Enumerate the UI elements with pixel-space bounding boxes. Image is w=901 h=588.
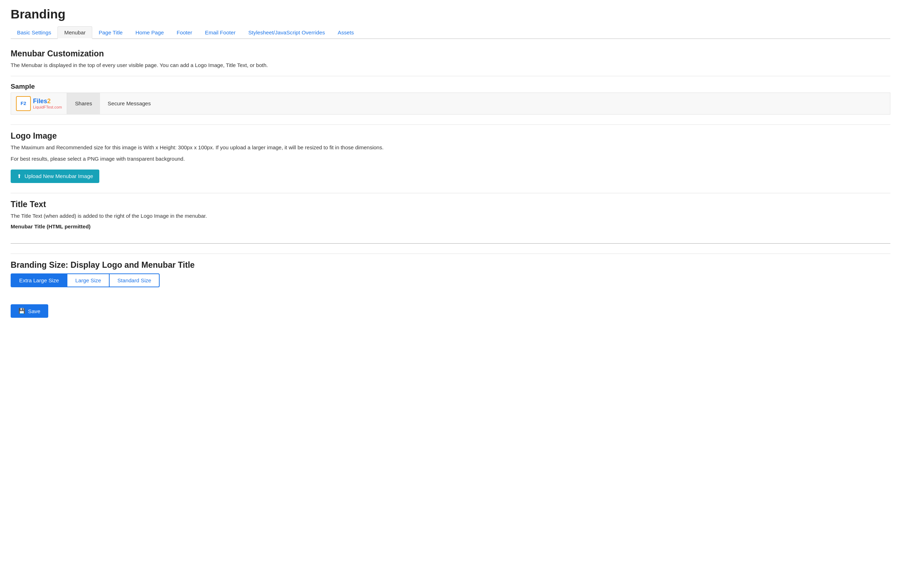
tab-basic-settings[interactable]: Basic Settings (11, 26, 58, 39)
title-text-heading: Title Text (11, 200, 890, 209)
size-btn-standard[interactable]: Standard Size (110, 274, 160, 287)
upload-icon: ⬆ (17, 173, 22, 179)
section-heading: Menubar Customization (11, 49, 890, 59)
logo-brand-files: Files (33, 98, 47, 104)
logo-text-block: Files2 LiquidFTest.com (33, 98, 62, 109)
branding-size-section: Branding Size: Display Logo and Menubar … (11, 260, 890, 287)
sample-nav-shares: Shares (67, 93, 100, 114)
logo-image-heading: Logo Image (11, 131, 890, 141)
sample-logo: F2 Files2 LiquidFTest.com (11, 93, 67, 114)
logo-image-section: Logo Image The Maximum and Recommended s… (11, 131, 890, 183)
tabs-nav: Basic Settings Menubar Page Title Home P… (11, 26, 890, 39)
sample-nav: Shares Secure Messages (67, 93, 159, 114)
logo-domain: LiquidFTest.com (33, 105, 62, 109)
size-buttons-group: Extra Large Size Large Size Standard Siz… (11, 274, 890, 287)
title-text-description: The Title Text (when added) is added to … (11, 212, 890, 220)
sample-menubar: F2 Files2 LiquidFTest.com Shares Secure … (11, 93, 890, 115)
tab-menubar[interactable]: Menubar (58, 26, 92, 39)
tab-footer[interactable]: Footer (170, 26, 199, 39)
save-button[interactable]: 💾 Save (11, 304, 48, 318)
main-content: Menubar Customization The Menubar is dis… (11, 49, 890, 318)
save-icon: 💾 (19, 308, 25, 314)
section-description: The Menubar is displayed in the top of e… (11, 61, 890, 70)
title-text-section: Title Text The Title Text (when added) i… (11, 200, 890, 244)
tab-assets[interactable]: Assets (331, 26, 360, 39)
page-title: Branding (11, 7, 890, 21)
upload-button-label: Upload New Menubar Image (25, 173, 93, 179)
tab-page-title[interactable]: Page Title (92, 26, 129, 39)
size-btn-extra-large[interactable]: Extra Large Size (11, 274, 67, 287)
sample-section: Sample F2 Files2 LiquidFTest.com Shares … (11, 82, 890, 115)
logo-brand: Files2 (33, 98, 62, 105)
menubar-title-input[interactable] (11, 232, 890, 244)
tab-email-footer[interactable]: Email Footer (199, 26, 242, 39)
tab-stylesheet-js[interactable]: Stylesheet/JavaScript Overrides (242, 26, 331, 39)
sample-heading: Sample (11, 82, 890, 90)
sample-nav-secure-messages: Secure Messages (100, 93, 159, 114)
tab-home-page[interactable]: Home Page (129, 26, 170, 39)
logo-brand-two: 2 (47, 98, 51, 104)
menubar-title-label: Menubar Title (HTML permitted) (11, 223, 890, 229)
save-button-label: Save (28, 308, 41, 314)
size-btn-large[interactable]: Large Size (67, 274, 110, 287)
branding-size-heading: Branding Size: Display Logo and Menubar … (11, 260, 890, 270)
upload-menubar-image-button[interactable]: ⬆ Upload New Menubar Image (11, 170, 99, 183)
logo-icon: F2 (16, 96, 31, 111)
logo-image-desc2: For best results, please select a PNG im… (11, 155, 890, 163)
logo-image-desc1: The Maximum and Recommended size for thi… (11, 144, 890, 152)
